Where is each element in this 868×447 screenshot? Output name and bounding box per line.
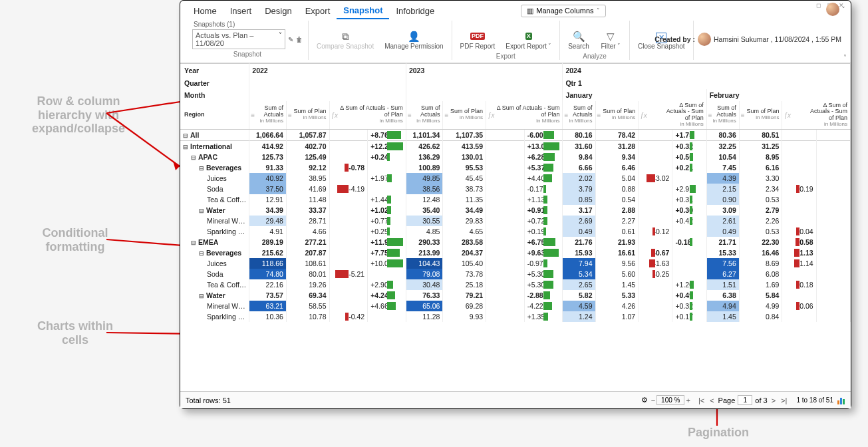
cell-delta-pos [368, 311, 406, 322]
snapshot-select[interactable]: Actuals vs. Plan – 11/08/20 [192, 29, 285, 49]
expand-toggle[interactable]: ⊟ [191, 154, 196, 161]
menu-home[interactable]: Home [187, 3, 223, 19]
zoom-in-button[interactable]: + [684, 396, 691, 404]
column-header[interactable]: ≡Sum ofActualsin Millions [563, 101, 595, 130]
cell-value: 1,107.35 [443, 129, 486, 140]
data-grid[interactable]: Year202220232024QuarterQtr 1MonthJanuary… [180, 63, 851, 391]
table-row: ⊟Beverages215.62207.87+7.75213.99204.37+… [180, 247, 851, 258]
table-row: Sparkling …10.3610.78-0.4211.289.93+1.35… [180, 311, 851, 322]
zoom-out-button[interactable]: − [650, 396, 656, 404]
row-label[interactable]: ⊟International [180, 140, 249, 152]
svg-line-2 [106, 113, 180, 166]
expand-toggle[interactable]: ⊟ [183, 144, 188, 150]
menu-design[interactable]: Design [258, 3, 298, 19]
cell-value: 1,066.64 [249, 129, 287, 140]
cell-value: 1.69 [739, 279, 782, 290]
row-label[interactable]: Sparkling … [180, 311, 249, 322]
column-header[interactable]: ≡Sum ofActualsin Millions [706, 101, 739, 130]
row-label[interactable]: Soda [180, 184, 249, 194]
cell-value: 69.28 [443, 301, 486, 311]
edit-icon[interactable]: ✎ [288, 36, 293, 43]
cell-value: 41.69 [286, 184, 329, 194]
page-input[interactable] [738, 395, 752, 405]
row-label[interactable]: ⊟Beverages [180, 162, 249, 173]
row-label[interactable]: Juices [180, 258, 249, 269]
column-header-delta[interactable]: ƒxΔ Sum ofActuals - Sumof Planin Million… [782, 101, 851, 130]
menu-snapshot[interactable]: Snapshot [337, 3, 389, 19]
cell-value: 0.61 [595, 226, 639, 237]
row-label[interactable]: ⊟EMEA [180, 237, 249, 247]
manage-permission-button[interactable]: 👤 Manage Permission [382, 29, 446, 52]
column-header[interactable]: ≡Sum of Planin Millions [595, 101, 639, 130]
expand-toggle[interactable]: ⊟ [191, 239, 196, 246]
table-row: Juices118.66108.61+10.06104.43105.40-0.9… [180, 258, 851, 269]
table-row: Tea & Coff…12.9111.48+1.4412.4811.35+1.1… [180, 194, 851, 205]
column-header[interactable]: ≡Sum ofActualsin Millions [406, 101, 443, 130]
cell-delta-neg: -0.78 [329, 162, 368, 173]
cell-delta-pos [816, 237, 850, 247]
cell-delta-pos: +5.37 [524, 162, 563, 173]
expand-toggle[interactable]: ⊟ [199, 250, 204, 257]
cell-delta-pos: -0.17 [524, 184, 563, 194]
column-header[interactable]: ≡Sum of Planin Millions [443, 101, 486, 130]
cell-delta-pos: +12.22 [368, 140, 406, 152]
chart-icon[interactable] [837, 396, 845, 404]
row-label[interactable]: Mineral W… [180, 301, 249, 311]
filter-button[interactable]: ▽ Filter˅ [597, 29, 624, 52]
menu-infobridge[interactable]: Infobridge [389, 3, 441, 19]
row-label[interactable]: ⊟Beverages [180, 247, 249, 258]
chevron-down-icon[interactable]: ˅ [842, 6, 845, 13]
prev-page-button[interactable]: < [708, 396, 715, 404]
row-label[interactable]: Soda [180, 269, 249, 279]
cell-delta-neg: -0.06 [782, 301, 816, 311]
menu-insert[interactable]: Insert [223, 3, 259, 19]
cell-value: 31.28 [595, 140, 639, 152]
row-label[interactable]: ⊟Water [180, 290, 249, 301]
settings-icon[interactable]: ⚙ [641, 396, 648, 404]
cell-delta-pos: -0.97 [524, 258, 563, 269]
app-window: ◻ ⧉ ✕ HomeInsertDesignExportSnapshotInfo… [180, 0, 851, 409]
row-label[interactable]: Tea & Coff… [180, 279, 249, 290]
cell-delta-pos: +1.75 [672, 129, 706, 140]
zoom-level[interactable]: 100 % [656, 395, 684, 405]
column-header-delta[interactable]: ƒxΔ Sum of Actuals - Sumof Planin Millio… [329, 101, 406, 130]
column-header-delta[interactable]: ƒxΔ Sum ofActuals - Sumof Planin Million… [639, 101, 706, 130]
delete-icon[interactable]: 🗑 [296, 36, 303, 43]
user-avatar[interactable] [826, 3, 839, 16]
expand-toggle[interactable]: ⊟ [199, 293, 204, 299]
cell-value: 100.89 [406, 162, 443, 173]
column-header-delta[interactable]: ƒxΔ Sum of Actuals - Sumof Planin Millio… [486, 101, 563, 130]
column-header[interactable]: ≡Sum of Planin Millions [739, 101, 782, 130]
cell-delta-neg: -1.14 [782, 258, 816, 269]
cell-delta-neg [329, 129, 368, 140]
ribbon-expand-toggle[interactable]: ˅ [843, 54, 847, 61]
last-page-button[interactable]: >| [780, 396, 788, 404]
cell-value: 1.45 [595, 279, 639, 290]
search-button[interactable]: 🔍 Search [565, 29, 592, 52]
cell-delta-neg [639, 140, 672, 152]
row-label[interactable]: Mineral W… [180, 216, 249, 226]
expand-toggle[interactable]: ⊟ [183, 132, 188, 139]
cell-delta-neg [486, 269, 525, 279]
next-page-button[interactable]: > [770, 396, 777, 404]
cell-delta-pos: +1.20 [672, 279, 706, 290]
cell-delta-pos [816, 226, 850, 237]
menu-export[interactable]: Export [299, 3, 337, 19]
pdf-report-button[interactable]: PDF PDF Report [458, 29, 498, 52]
column-header[interactable]: ≡Sum ofActualsin Millions [249, 101, 287, 130]
row-label[interactable]: Tea & Coff… [180, 194, 249, 205]
status-bar: Total rows: 51 ⚙ − 100 % + |< < Page of … [180, 391, 851, 408]
column-header[interactable]: ≡Sum of Planin Millions [286, 101, 329, 130]
cell-value: 1.51 [706, 279, 739, 290]
row-label[interactable]: ⊟Water [180, 205, 249, 216]
row-label[interactable]: Sparkling … [180, 226, 249, 237]
row-label[interactable]: Juices [180, 173, 249, 184]
row-label[interactable]: ⊟All [180, 129, 249, 140]
expand-toggle[interactable]: ⊟ [199, 208, 204, 214]
export-report-button[interactable]: X Export Report˅ [503, 29, 554, 52]
row-label[interactable]: ⊟APAC [180, 152, 249, 162]
first-page-button[interactable]: |< [697, 396, 706, 404]
expand-toggle[interactable]: ⊟ [199, 165, 204, 172]
manage-columns-button[interactable]: ▥ Manage Columns ˅ [521, 5, 605, 17]
cell-value: 2.26 [739, 216, 782, 226]
